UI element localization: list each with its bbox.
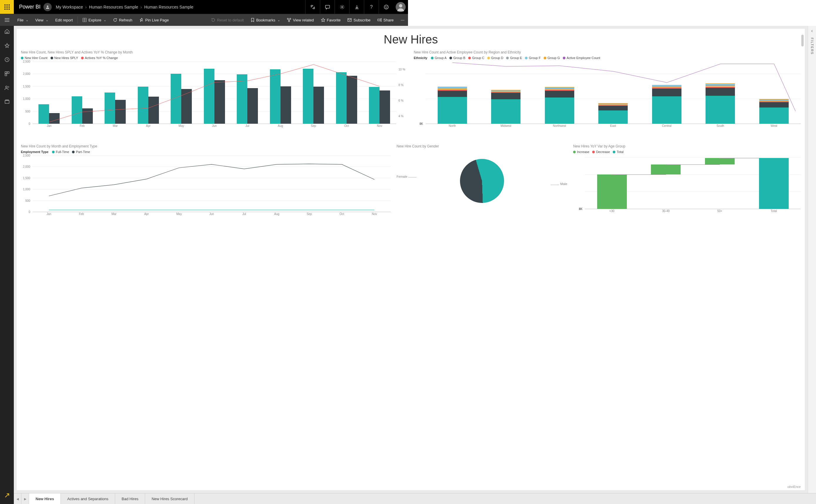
clock-icon [4,57,10,62]
star-icon [4,43,10,48]
report-canvas: New Hires New Hire Count, New Hires SPLY… [14,26,408,252]
page-title: New Hires [21,33,408,46]
ellipsis-icon: ⋯ [401,18,404,22]
download-button[interactable] [349,0,364,14]
file-menu[interactable]: File⌄ [14,14,32,26]
svg-rect-13 [5,72,7,73]
question-icon: ? [370,4,373,10]
svg-rect-17 [5,100,9,103]
svg-point-10 [288,21,290,22]
report-page[interactable]: New Hires New Hire Count, New Hires SPLY… [17,29,408,252]
comment-button[interactable] [320,0,335,14]
subscribe-button[interactable]: Subscribe [344,14,374,26]
avatar-icon [396,2,406,12]
waffle-icon [4,4,10,10]
app-header: Power BI My Workspace › Human Resources … [0,0,408,14]
feedback-button[interactable] [379,0,393,14]
reset-icon [211,18,215,22]
gear-icon [340,5,345,9]
chevron-right-icon: › [85,5,87,9]
star-icon [321,18,325,22]
apps-icon [4,71,10,76]
chevron-right-icon: › [140,5,142,9]
explore-menu[interactable]: Explore⌄ [79,14,110,26]
visual-title: New Hire Count, New Hires SPLY and Activ… [21,50,408,54]
svg-rect-14 [7,72,9,73]
app-launcher-button[interactable] [0,0,14,14]
product-name: Power BI [19,4,41,10]
chat-icon [325,5,330,9]
share-button[interactable]: Share [374,14,397,26]
related-icon [287,18,291,22]
breadcrumb: My Workspace › Human Resources Sample › … [56,5,193,9]
refresh-icon [113,18,117,22]
pin-icon [140,18,144,22]
visual-pie-chart[interactable]: New Hire Count by Gender FemaleMale [397,144,408,226]
download-icon [355,5,359,9]
fullscreen-button[interactable] [305,0,320,14]
home-icon [4,29,10,34]
breadcrumb-item[interactable]: Human Resources Sample [89,5,138,9]
nav-recent[interactable] [4,57,10,63]
visual-title: New Hire Count by Month and Employment T… [21,144,391,148]
header-actions: ? [305,0,408,14]
refresh-button[interactable]: Refresh [110,14,136,26]
chevron-down-icon: ⌄ [26,19,28,22]
svg-point-2 [342,6,343,8]
nav-rail [0,26,14,252]
breadcrumb-item[interactable]: Human Resources Sample [144,5,193,9]
bookmarks-menu[interactable]: Bookmarks⌄ [247,14,283,26]
svg-point-3 [384,5,388,9]
people-icon [4,85,10,90]
svg-point-16 [6,86,7,88]
svg-point-6 [399,4,402,7]
svg-rect-18 [6,100,9,100]
settings-button[interactable] [335,0,349,14]
share-icon [377,18,382,22]
nav-favorites[interactable] [4,43,10,49]
nav-workspaces[interactable] [4,99,10,106]
visual-title: New Hire Count by Gender [397,144,408,148]
more-button[interactable]: ⋯ [397,14,408,26]
svg-rect-15 [5,74,7,76]
edit-report-button[interactable]: Edit report [52,14,76,26]
visual-line-chart[interactable]: New Hire Count by Month and Employment T… [21,144,391,226]
view-menu[interactable]: View⌄ [32,14,52,26]
svg-point-0 [47,5,48,7]
workspaces-icon [4,99,10,105]
chevron-down-icon: ⌄ [104,19,106,22]
breadcrumb-item[interactable]: My Workspace [56,5,83,9]
reset-button[interactable]: Reset to default [208,14,247,26]
nav-home[interactable] [4,29,10,35]
hamburger-icon [5,18,9,22]
svg-rect-11 [348,19,351,21]
help-button[interactable]: ? [364,0,379,14]
view-related-button[interactable]: View related [283,14,317,26]
expand-icon [310,5,315,9]
nav-apps[interactable] [4,71,10,78]
pin-button[interactable]: Pin Live Page [136,14,172,26]
svg-rect-1 [325,5,330,8]
report-toolbar: File⌄ View⌄ Edit report Explore⌄ Refresh… [0,14,408,26]
workspace-avatar[interactable] [43,3,52,11]
mail-icon [347,18,352,22]
nav-shared[interactable] [4,85,10,92]
explore-icon [83,18,87,22]
chevron-down-icon: ⌄ [46,19,48,22]
nav-toggle-button[interactable] [0,18,14,22]
bookmark-icon [251,18,254,22]
legend: New Hire CountNew Hires SPLYActives YoY … [21,56,408,60]
user-menu[interactable] [393,0,408,14]
smile-icon [384,5,389,9]
visual-combo-chart[interactable]: New Hire Count, New Hires SPLY and Activ… [21,50,408,138]
chevron-down-icon: ⌄ [278,19,280,22]
separator [78,16,78,23]
legend: Employment TypeFull-TimePart-Time [21,150,391,154]
person-icon [45,5,50,9]
favorite-button[interactable]: Favorite [318,14,344,26]
